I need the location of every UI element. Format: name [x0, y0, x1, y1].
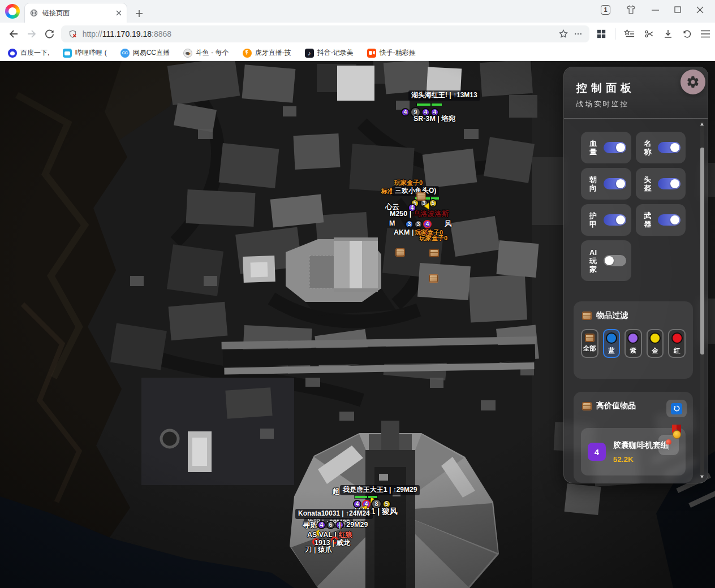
cc-icon: CC: [120, 49, 130, 58]
back-button[interactable]: [5, 25, 23, 43]
tab-title: 链接页面: [42, 8, 111, 18]
bookmark-star-icon[interactable]: [558, 29, 568, 39]
switch-knob: [616, 143, 625, 152]
tab-close-icon[interactable]: [116, 10, 122, 16]
bookmark-label: 快手-精彩推: [380, 48, 416, 58]
switch-knob: [670, 215, 679, 224]
high-value-item[interactable]: 4胶囊咖啡机套组52.2K: [581, 428, 686, 475]
toggle-switch-AI玩家[interactable]: [604, 255, 626, 266]
maximize-button[interactable]: [674, 6, 681, 13]
bookmark-bilibili[interactable]: 哔哩哔哩 (: [63, 48, 106, 58]
bookmark-kuaishou[interactable]: 快手-精彩推: [367, 48, 416, 58]
toggle-label: 血 量: [589, 139, 597, 156]
switch-knob: [670, 179, 679, 188]
refresh-button[interactable]: [666, 400, 687, 417]
toggle-card-头盔[interactable]: 头 盔: [636, 168, 686, 200]
toggle-card-朝向[interactable]: 朝 向: [581, 168, 631, 200]
chip-label: 金: [652, 347, 658, 355]
rarity-dot-icon: [627, 332, 639, 344]
url-host: 111.170.19.18: [102, 29, 152, 38]
toolbar-separator: [615, 28, 615, 40]
bookmark-huya[interactable]: 虎牙直播-技: [243, 48, 291, 58]
filter-chip-红[interactable]: 红: [668, 329, 686, 358]
toggle-switch-头盔[interactable]: [658, 178, 680, 189]
bookmark-netease-cc[interactable]: CC 网易CC直播: [120, 48, 170, 58]
close-button[interactable]: [696, 6, 704, 14]
filter-chip-蓝[interactable]: 蓝: [603, 329, 621, 358]
toggle-switch-朝向[interactable]: [604, 178, 626, 189]
undo-history-icon[interactable]: [682, 29, 692, 39]
url-text[interactable]: http://111.170.19.18:8868: [83, 29, 553, 38]
pushpin-stem: [668, 444, 669, 450]
security-shield-icon[interactable]: [68, 29, 77, 39]
rarity-dot-icon: [649, 332, 661, 344]
tab-count-badge[interactable]: 1: [601, 5, 610, 15]
section-display-toggles: 血 量名 称朝 向头 盔护 甲武 器AI 玩 家: [574, 124, 693, 288]
toggle-label: 名 称: [644, 139, 652, 156]
crate-icon: [583, 403, 591, 410]
apps-grid-icon[interactable]: [596, 29, 606, 39]
crate-icon: [585, 334, 594, 341]
item-filter-options: 全部蓝紫金红: [581, 329, 686, 371]
bookmark-douyin[interactable]: ♪ 抖音-记录美: [305, 48, 354, 58]
bookmark-douyu[interactable]: 斗鱼 - 每个: [183, 48, 229, 58]
minimize-button[interactable]: [652, 6, 659, 14]
panel-header: 控制面板 战场实时监控: [564, 67, 708, 119]
bookmarks-bar: 百度一下, 哔哩哔哩 ( CC 网易CC直播 斗鱼 - 每个 虎牙直播-技 ♪ …: [0, 45, 715, 61]
toggle-card-血量[interactable]: 血 量: [581, 132, 631, 163]
switch-knob: [616, 215, 625, 224]
toggle-label: 武 器: [644, 211, 652, 228]
panel-scrollbar[interactable]: [700, 122, 704, 479]
bookmark-label: 百度一下,: [20, 48, 49, 58]
reload-button[interactable]: [41, 25, 59, 43]
scissors-icon[interactable]: [644, 29, 654, 39]
high-value-items: 4胶囊咖啡机套组52.2K: [581, 428, 686, 475]
window-controls: 1: [601, 5, 715, 23]
toggle-switch-名称[interactable]: [658, 142, 680, 153]
skin-shirt-icon[interactable]: [626, 5, 636, 15]
toggle-card-AI玩家[interactable]: AI 玩 家: [581, 240, 631, 281]
page-content: 湖头海红王! | ↑13M134944SR-3M | 培宛玩家盒子0标准三欢小鱼…: [0, 61, 715, 588]
kuaishou-icon: [367, 49, 376, 58]
item-tier-badge: 4: [588, 443, 606, 461]
download-icon[interactable]: [663, 29, 673, 39]
high-value-title-row: 高价值物品: [583, 401, 686, 411]
switch-knob: [605, 256, 614, 265]
item-filter-title: 物品过滤: [596, 310, 628, 321]
more-options-icon[interactable]: [574, 29, 583, 38]
address-bar[interactable]: http://111.170.19.18:8868: [61, 25, 589, 42]
menu-icon[interactable]: [700, 29, 710, 38]
scrollbar-down-arrow[interactable]: [700, 475, 704, 478]
toggle-card-武器[interactable]: 武 器: [636, 204, 686, 236]
chip-label: 蓝: [608, 347, 615, 355]
switch-knob: [616, 179, 625, 188]
toggle-label: 头 盔: [644, 175, 652, 192]
section-item-filter: 物品过滤 全部蓝紫金红: [574, 301, 693, 379]
chip-label: 全部: [583, 344, 596, 353]
new-tab-button[interactable]: [135, 10, 143, 18]
toggle-switch-护甲[interactable]: [604, 214, 626, 226]
filter-chip-紫[interactable]: 紫: [624, 329, 642, 358]
settings-button[interactable]: [680, 70, 705, 94]
toggle-switch-武器[interactable]: [658, 214, 680, 226]
toggle-switch-血量[interactable]: [604, 142, 626, 153]
bookmark-baidu[interactable]: 百度一下,: [8, 48, 49, 58]
tab-bar: 链接页面 1: [0, 0, 715, 23]
url-scheme: http://: [83, 29, 102, 38]
panel-subtitle: 战场实时监控: [576, 100, 695, 109]
favorites-list-icon[interactable]: [624, 29, 635, 39]
forward-button[interactable]: [23, 25, 41, 43]
browser-window: 链接页面 1: [0, 0, 715, 588]
chip-label: 红: [674, 347, 680, 355]
bookmark-label: 哔哩哔哩 (: [75, 48, 106, 58]
scrollbar-thumb[interactable]: [700, 148, 704, 354]
high-value-title: 高价值物品: [596, 401, 636, 411]
filter-chip-全部[interactable]: 全部: [581, 329, 598, 358]
toggle-card-名称[interactable]: 名 称: [636, 132, 686, 163]
toggle-card-护甲[interactable]: 护 甲: [581, 204, 631, 236]
tab-link-page[interactable]: 链接页面: [24, 3, 127, 23]
bookmark-label: 抖音-记录美: [317, 48, 354, 58]
scrollbar-up-arrow[interactable]: [700, 123, 704, 126]
filter-chip-金[interactable]: 金: [647, 329, 664, 358]
toggle-label: 朝 向: [589, 175, 597, 192]
